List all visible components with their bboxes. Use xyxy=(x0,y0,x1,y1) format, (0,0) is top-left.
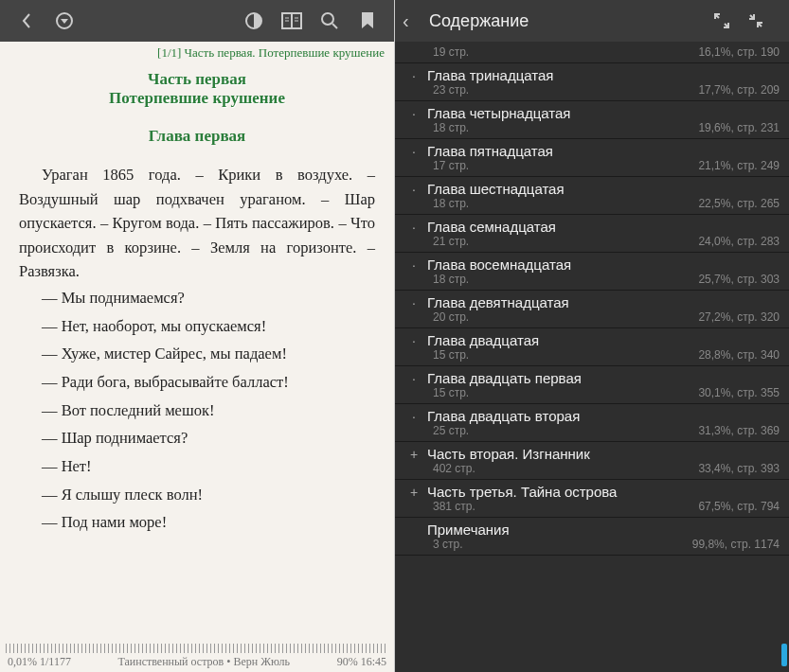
toc-item[interactable]: ·Глава семнадцатая21 стр.24,0%, стр. 283 xyxy=(395,215,789,253)
layout-icon[interactable] xyxy=(273,2,311,40)
toc-marker: + xyxy=(401,485,427,500)
toc-item[interactable]: ·Глава шестнадцатая18 стр.22,5%, стр. 26… xyxy=(395,177,789,215)
toc-marker: · xyxy=(401,409,427,424)
toc-item[interactable]: +Часть вторая. Изгнанник402 стр.33,4%, с… xyxy=(395,442,789,480)
toc-item[interactable]: 19 стр.16,1%, стр. 190 xyxy=(395,42,789,63)
dialogue-line: — Нет, наоборот, мы опускаемся! xyxy=(19,312,375,341)
dialogue-line: — Шар поднимается? xyxy=(19,424,375,452)
theme-icon[interactable] xyxy=(235,2,273,40)
toc-item-title: Глава восемнадцатая xyxy=(427,256,780,273)
toc-item-position: 28,8%, стр. 340 xyxy=(698,348,780,362)
toc-item[interactable]: ·Глава двадцатая15 стр.28,8%, стр. 340 xyxy=(395,328,789,366)
toc-item[interactable]: Примечания3 стр.99,8%, стр. 1174 xyxy=(395,518,789,556)
toc-marker: · xyxy=(401,257,427,273)
toc-item[interactable]: ·Глава четырнадцатая18 стр.19,6%, стр. 2… xyxy=(395,101,789,139)
toc-marker: · xyxy=(401,295,427,310)
reader-toolbar xyxy=(0,0,394,42)
toc-item-title: Глава пятнадцатая xyxy=(427,143,780,159)
toc-item-title: Примечания xyxy=(427,522,780,538)
toc-title: Содержание xyxy=(429,11,713,31)
toc-item[interactable]: ·Глава тринадцатая23 стр.17,7%, стр. 209 xyxy=(395,63,789,101)
toc-item-position: 21,1%, стр. 249 xyxy=(698,159,780,172)
toc-item-pagecount: 381 стр. xyxy=(433,500,698,513)
dialogue-line: — Я слышу плеск волн! xyxy=(19,481,375,509)
toc-item-title: Часть третья. Тайна острова xyxy=(427,484,780,500)
collapse-icon[interactable] xyxy=(747,12,781,29)
expand-icon[interactable] xyxy=(713,12,747,29)
toc-item-title: Глава двадцатая xyxy=(427,332,780,348)
bookmark-icon[interactable] xyxy=(349,2,386,40)
options-dropdown-icon[interactable] xyxy=(45,2,83,40)
toc-item-position: 99,8%, стр. 1174 xyxy=(692,538,780,551)
toc-item-pagecount: 15 стр. xyxy=(433,386,698,399)
toc-item-title: Часть вторая. Изгнанник xyxy=(427,446,780,462)
toc-panel: ‹ Содержание 19 стр.16,1%, стр. 190·Глав… xyxy=(395,0,789,672)
toc-item-pagecount: 19 стр. xyxy=(433,45,698,59)
toc-item-position: 24,0%, стр. 283 xyxy=(698,235,780,248)
chapter-title: Глава первая xyxy=(19,127,375,146)
reader-footer: 0,01% 1/1177 Таинственный остров • Верн … xyxy=(0,638,394,672)
toc-item-title: Глава девятнадцатая xyxy=(427,294,780,310)
toc-item-position: 25,7%, стр. 303 xyxy=(698,273,780,286)
dialogue-line: — Ради бога, выбрасывайте бал­ласт! xyxy=(19,368,375,397)
toc-item-pagecount: 23 стр. xyxy=(433,83,698,97)
toc-item-pagecount: 402 стр. xyxy=(433,462,698,475)
toc-marker: · xyxy=(401,220,427,235)
footer-progress: 0,01% 1/1177 xyxy=(8,655,71,669)
scrollbar-indicator[interactable] xyxy=(781,644,787,666)
toc-item-pagecount: 17 стр. xyxy=(433,159,698,172)
back-button[interactable] xyxy=(8,2,45,40)
toc-item-position: 30,1%, стр. 355 xyxy=(698,386,780,399)
toc-item-position: 67,5%, стр. 794 xyxy=(698,500,780,513)
toc-item-position: 17,7%, стр. 209 xyxy=(698,83,780,97)
toc-item-position: 27,2%, стр. 320 xyxy=(698,310,780,324)
toc-item-position: 33,4%, стр. 393 xyxy=(698,462,780,475)
toc-item[interactable]: ·Глава восемнадцатая18 стр.25,7%, стр. 3… xyxy=(395,253,789,291)
toc-marker: · xyxy=(401,333,427,348)
search-icon[interactable] xyxy=(311,2,349,40)
toc-list[interactable]: 19 стр.16,1%, стр. 190·Глава тринадцатая… xyxy=(395,42,789,672)
toc-marker: + xyxy=(401,447,427,462)
toc-item-title: Глава шестнадцатая xyxy=(427,181,780,197)
toc-item[interactable]: ·Глава двадцать вторая25 стр.31,3%, стр.… xyxy=(395,404,789,442)
dialogue-line: — Мы поднимаемся? xyxy=(19,284,375,312)
dialogue-line: — Под нами море! xyxy=(19,508,375,537)
toc-item-pagecount: 20 стр. xyxy=(433,310,698,324)
toc-marker: · xyxy=(401,68,427,83)
toc-item-title: Глава двадцать вторая xyxy=(427,408,780,424)
toc-item-pagecount: 21 стр. xyxy=(433,235,698,248)
toc-item-pagecount: 18 стр. xyxy=(433,273,698,286)
footer-battery-time: 90% 16:45 xyxy=(337,655,386,669)
summary-paragraph: Ураган 1865 года. – Крики в возду­хе. – … xyxy=(19,163,375,284)
toc-item[interactable]: ·Глава девятнадцатая20 стр.27,2%, стр. 3… xyxy=(395,291,789,328)
footer-book-title: Таинственный остров • Верн Жюль xyxy=(71,655,337,669)
breadcrumb: [1/1] Часть первая. Потерпевшие крушение xyxy=(0,42,394,62)
toc-item-pagecount: 15 стр. xyxy=(433,348,698,362)
dialogue-block: — Мы поднимаемся?— Нет, наоборот, мы опу… xyxy=(19,284,375,537)
toc-marker: · xyxy=(401,144,427,159)
toc-item-pagecount: 3 стр. xyxy=(433,538,692,551)
toc-item-position: 22,5%, стр. 265 xyxy=(698,197,780,210)
toc-back-icon[interactable]: ‹ xyxy=(403,10,429,32)
svg-line-9 xyxy=(332,24,337,28)
book-content[interactable]: Часть первая Потерпевшие крушение Глава … xyxy=(0,62,394,638)
progress-ruler[interactable] xyxy=(6,644,388,653)
part-title-1: Часть первая xyxy=(19,70,375,89)
toc-item-title: Глава двадцать первая xyxy=(427,370,780,386)
toc-item-title: Глава тринадцатая xyxy=(427,67,780,83)
toc-item[interactable]: ·Глава пятнадцатая17 стр.21,1%, стр. 249 xyxy=(395,139,789,177)
svg-point-8 xyxy=(322,13,333,25)
toc-item-title: Глава четырнадцатая xyxy=(427,105,780,121)
toc-item-title: Глава семнадцатая xyxy=(427,219,780,235)
toc-marker: · xyxy=(401,106,427,121)
toc-item-pagecount: 18 стр. xyxy=(433,121,698,134)
toc-item[interactable]: ·Глава двадцать первая15 стр.30,1%, стр.… xyxy=(395,366,789,404)
toc-item-pagecount: 25 стр. xyxy=(433,424,698,437)
toc-item-position: 31,3%, стр. 369 xyxy=(698,424,780,437)
toc-marker: · xyxy=(401,371,427,386)
toc-header: ‹ Содержание xyxy=(395,0,789,42)
toc-marker: · xyxy=(401,182,427,197)
toc-item[interactable]: +Часть третья. Тайна острова381 стр.67,5… xyxy=(395,480,789,518)
dialogue-line: — Хуже, мистер Сайрес, мы падаем! xyxy=(19,340,375,368)
dialogue-line: — Вот последний мешок! xyxy=(19,397,375,425)
